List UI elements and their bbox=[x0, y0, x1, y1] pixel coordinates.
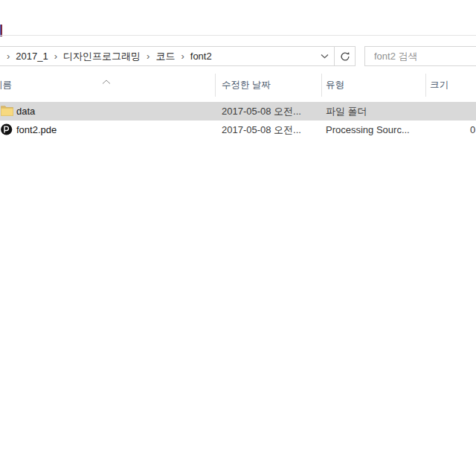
chevron-down-icon[interactable] bbox=[321, 54, 329, 59]
breadcrumb-separator-icon[interactable]: › bbox=[141, 47, 155, 65]
file-type: Processing Sourc... bbox=[326, 120, 410, 139]
column-header-size[interactable]: 크기 bbox=[430, 79, 448, 91]
column-divider[interactable] bbox=[215, 74, 216, 97]
file-explorer-window: { "address_bar": { "separator": "›", "br… bbox=[0, 0, 476, 476]
caret-up-icon bbox=[102, 74, 111, 88]
column-divider[interactable] bbox=[321, 74, 322, 97]
table-row-data-folder[interactable]: data 2017-05-08 오전... 파일 폴더 bbox=[0, 102, 476, 120]
processing-icon bbox=[1, 123, 13, 136]
column-divider[interactable] bbox=[425, 74, 426, 97]
folder-icon bbox=[1, 105, 13, 118]
table-row-font2-pde[interactable]: font2.pde 2017-05-08 오전... Processing So… bbox=[0, 120, 476, 139]
address-bar[interactable]: › 2017_1 › 디자인프로그래밍 › 코드 › font2 bbox=[0, 46, 335, 66]
breadcrumb-item-2017-1[interactable]: 2017_1 bbox=[16, 47, 48, 65]
file-modified: 2017-05-08 오전... bbox=[222, 102, 301, 120]
refresh-icon bbox=[340, 51, 350, 62]
search-input[interactable] bbox=[365, 51, 471, 62]
breadcrumb-separator-icon[interactable]: › bbox=[175, 47, 190, 65]
breadcrumb-separator-icon[interactable]: › bbox=[1, 47, 16, 65]
search-box bbox=[364, 46, 476, 66]
breadcrumb-item-font2[interactable]: font2 bbox=[190, 47, 212, 65]
column-header-modified[interactable]: 수정한 날짜 bbox=[222, 79, 271, 91]
column-header-type[interactable]: 유형 bbox=[326, 79, 344, 91]
file-modified: 2017-05-08 오전... bbox=[222, 120, 301, 139]
column-header-name[interactable]: 이름 bbox=[0, 79, 12, 91]
breadcrumb-separator-icon[interactable]: › bbox=[48, 47, 63, 65]
file-size: 0 bbox=[470, 120, 475, 139]
breadcrumb-item-code[interactable]: 코드 bbox=[155, 47, 175, 65]
breadcrumb: › 2017_1 › 디자인프로그래밍 › 코드 › font2 bbox=[0, 47, 212, 65]
toolbar-separator bbox=[0, 35, 476, 36]
file-type: 파일 폴더 bbox=[326, 102, 367, 120]
breadcrumb-item-design-programming[interactable]: 디자인프로그래밍 bbox=[63, 47, 141, 65]
file-name: data bbox=[16, 102, 35, 120]
file-name: font2.pde bbox=[16, 120, 57, 139]
refresh-button[interactable] bbox=[335, 46, 356, 66]
